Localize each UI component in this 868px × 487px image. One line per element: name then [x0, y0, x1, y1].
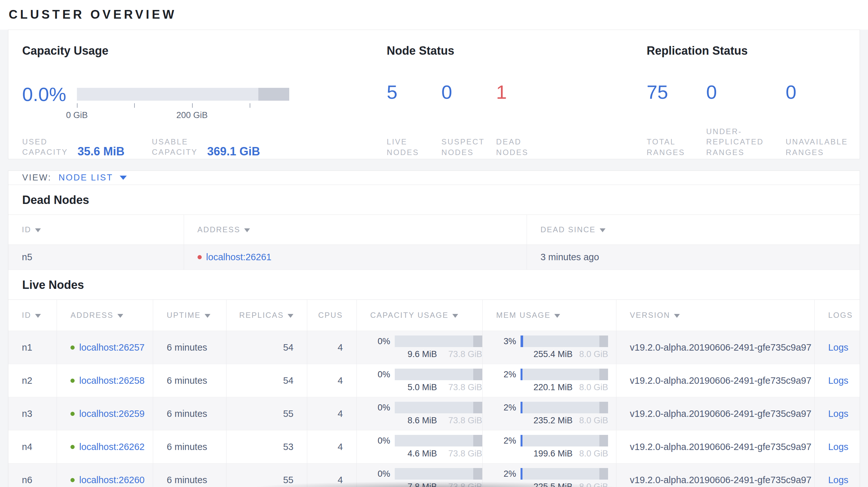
- live-nodes-stat: 5 LIVE NODES: [387, 81, 441, 158]
- logs-link[interactable]: Logs: [828, 409, 848, 419]
- sort-arrow-icon: [35, 314, 41, 318]
- mem-used-value: 255.4 MiB: [533, 349, 573, 359]
- mem-bar-fill: [521, 468, 522, 480]
- node-address-cell: localhost:26261: [184, 245, 527, 270]
- usable-capacity-stat: USABLE CAPACITY 369.1 GiB: [152, 137, 260, 158]
- mem-usage-cell: 3% 255.4 MiB 8.0 GiB: [483, 331, 616, 364]
- view-bar: VIEW: NODE LIST: [8, 171, 860, 185]
- sort-arrow-icon: [205, 314, 210, 318]
- node-address-link[interactable]: localhost:26258: [79, 376, 145, 386]
- node-address-cell: localhost:26258: [57, 364, 153, 397]
- node-address-link[interactable]: localhost:26259: [79, 409, 145, 419]
- node-address-cell: localhost:26257: [57, 331, 153, 364]
- mem-bar-reserved-segment: [599, 468, 608, 480]
- under-replicated-ranges-label: UNDER-REPLICATED RANGES: [706, 126, 786, 158]
- capacity-bar-reserved-segment: [473, 402, 482, 413]
- dead-nodes-table: ID ADDRESS DEAD SINCE n5 localhost:26261…: [8, 215, 860, 270]
- logs-link[interactable]: Logs: [828, 342, 848, 353]
- live-col-capacity-usage[interactable]: CAPACITY USAGE: [356, 300, 483, 331]
- capacity-bar-reserved-segment: [473, 435, 482, 447]
- table-row: n1 localhost:26257 6 minutes 54 4 0% 9.6…: [8, 331, 860, 364]
- mem-mini-bar: [521, 402, 608, 413]
- capacity-total-value: 73.8 GiB: [448, 416, 482, 426]
- logs-link[interactable]: Logs: [828, 376, 848, 386]
- dead-col-address[interactable]: ADDRESS: [184, 215, 527, 245]
- mem-used-value: 220.1 MiB: [533, 383, 573, 392]
- dead-col-id[interactable]: ID: [8, 215, 184, 245]
- logs-cell: Logs: [815, 463, 860, 487]
- logs-cell: Logs: [815, 364, 860, 397]
- capacity-percent: 0%: [370, 336, 390, 347]
- mem-bar-reserved-segment: [599, 335, 608, 347]
- dead-status-dot-icon: [197, 255, 202, 259]
- mem-percent: 2%: [496, 469, 516, 479]
- table-header-row: ID ADDRESS DEAD SINCE: [8, 215, 860, 245]
- under-replicated-ranges-stat: 0 UNDER-REPLICATED RANGES: [706, 81, 786, 158]
- suspect-nodes-count: 0: [441, 81, 496, 103]
- capacity-usage-cell: 0% 5.0 MiB 73.8 GiB: [356, 364, 483, 397]
- logs-link[interactable]: Logs: [828, 475, 848, 485]
- usable-capacity-label: USABLE CAPACITY: [152, 137, 207, 158]
- capacity-usage-title: Capacity Usage: [22, 44, 387, 58]
- live-nodes-table: ID ADDRESS UPTIME REPLICAS CPUS CAPACITY…: [8, 299, 860, 487]
- mem-bar-fill: [521, 369, 522, 380]
- capacity-mini-bar: [395, 402, 482, 413]
- mem-mini-bar: [521, 335, 608, 347]
- replicas-cell: 54: [226, 331, 307, 364]
- capacity-usage-cell: 0% 9.6 MiB 73.8 GiB: [356, 331, 483, 364]
- dead-nodes-label: DEAD NODES: [496, 137, 551, 158]
- dead-col-dead-since[interactable]: DEAD SINCE: [527, 215, 860, 245]
- axis-tick-label: 200 GiB: [176, 110, 208, 120]
- scroll-shadow: [251, 481, 621, 487]
- live-col-uptime[interactable]: UPTIME: [153, 300, 226, 331]
- mem-bar-fill: [521, 335, 523, 347]
- capacity-used-value: 4.6 MiB: [408, 449, 437, 459]
- mem-bar-reserved-segment: [599, 369, 608, 380]
- dead-nodes-count: 1: [496, 81, 551, 103]
- logs-link[interactable]: Logs: [828, 442, 848, 452]
- view-selector-dropdown[interactable]: NODE LIST: [59, 173, 127, 183]
- live-col-replicas[interactable]: REPLICAS: [226, 300, 307, 331]
- uptime-cell: 6 minutes: [153, 430, 226, 463]
- capacity-mini-bar: [395, 435, 482, 447]
- mem-percent: 2%: [496, 436, 516, 446]
- mem-bar-fill: [521, 402, 522, 413]
- column-label: DEAD SINCE: [540, 225, 596, 234]
- node-address-link[interactable]: localhost:26257: [79, 342, 145, 353]
- mem-bar-reserved-segment: [599, 435, 608, 447]
- column-label: MEM USAGE: [496, 311, 551, 319]
- capacity-percent: 0%: [370, 369, 390, 380]
- view-selected-value: NODE LIST: [59, 173, 113, 183]
- live-col-mem-usage[interactable]: MEM USAGE: [483, 300, 616, 331]
- uptime-cell: 6 minutes: [153, 364, 226, 397]
- live-status-dot-icon: [70, 478, 75, 482]
- mem-total-value: 8.0 GiB: [579, 449, 608, 459]
- capacity-total-value: 73.8 GiB: [448, 449, 482, 459]
- live-col-address[interactable]: ADDRESS: [57, 300, 153, 331]
- node-address-link[interactable]: localhost:26260: [79, 475, 145, 485]
- replication-status-panel: Replication Status 75 TOTAL RANGES 0 UND…: [647, 44, 860, 159]
- axis-tick: [77, 103, 78, 108]
- column-label: VERSION: [630, 311, 671, 319]
- unavailable-ranges-label: UNAVAILABLE RANGES: [786, 137, 860, 158]
- column-label: REPLICAS: [239, 311, 284, 319]
- live-col-version[interactable]: VERSION: [616, 300, 815, 331]
- live-col-id[interactable]: ID: [8, 300, 57, 331]
- mem-total-value: 8.0 GiB: [579, 383, 608, 392]
- live-status-dot-icon: [70, 445, 75, 449]
- capacity-usage-cell: 0% 8.6 MiB 73.8 GiB: [356, 397, 483, 430]
- logs-cell: Logs: [815, 331, 860, 364]
- cpus-cell: 4: [307, 397, 356, 430]
- node-id-cell: n5: [8, 245, 184, 270]
- capacity-bar-reserved-segment: [473, 369, 482, 380]
- node-address-link[interactable]: localhost:26262: [79, 442, 145, 452]
- live-status-dot-icon: [70, 346, 75, 350]
- capacity-bar: 0 GiB 200 GiB: [77, 88, 289, 101]
- capacity-percent: 0%: [370, 403, 390, 413]
- table-row: n5 localhost:26261 3 minutes ago: [8, 245, 860, 270]
- page-title: CLUSTER OVERVIEW: [9, 8, 868, 22]
- sort-arrow-icon: [35, 228, 41, 232]
- unavailable-ranges-stat: 0 UNAVAILABLE RANGES: [786, 81, 860, 158]
- node-address-link[interactable]: localhost:26261: [206, 252, 272, 262]
- axis-tick: [192, 103, 193, 108]
